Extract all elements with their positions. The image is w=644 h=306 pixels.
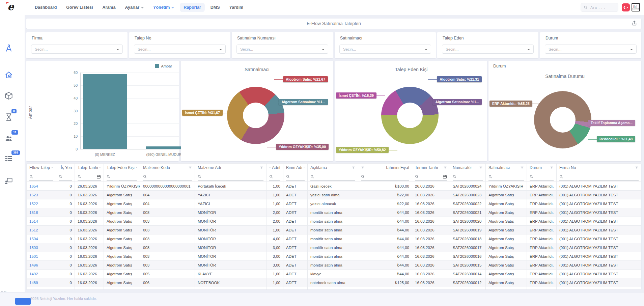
- filter-funnel-icon[interactable]: [136, 166, 137, 170]
- request-link[interactable]: 1512: [29, 228, 38, 232]
- nav-item-dms[interactable]: DMS: [207, 3, 224, 12]
- col-header-is-yeri[interactable]: İş Yeri: [56, 164, 75, 172]
- column-search-input[interactable]: [35, 174, 53, 179]
- column-search-box[interactable]: [286, 173, 305, 181]
- column-search-input[interactable]: [203, 174, 263, 179]
- nav-item-arama[interactable]: Arama: [99, 3, 119, 12]
- slice-label[interactable]: Algotrom Satış: %21,67: [283, 76, 328, 82]
- durum-donut[interactable]: [534, 91, 591, 148]
- nav-item-ayarlar[interactable]: Ayarlar: [121, 3, 147, 12]
- table-row[interactable]: 1492016.03.2026Algotrom Satış005KLAVYE1,…: [27, 270, 642, 278]
- request-link[interactable]: 1514: [29, 219, 38, 223]
- request-link[interactable]: 1501: [29, 254, 38, 258]
- nav-item-yardim[interactable]: Yardım: [226, 3, 247, 12]
- global-search[interactable]: [581, 3, 618, 12]
- request-link[interactable]: 1654: [29, 184, 38, 188]
- request-link[interactable]: 1504: [29, 237, 38, 241]
- calendar-icon[interactable]: [96, 174, 101, 179]
- table-row[interactable]: 1514016.03.2026Algotrom Satış003MONİTÖR2…: [27, 217, 642, 226]
- nav-item-yonetim[interactable]: Yönetim: [149, 3, 178, 12]
- sidebar-item-people[interactable]: [4, 134, 13, 143]
- slice-label[interactable]: İsmet ÇETİN: %16,39: [336, 92, 376, 99]
- col-header-birim-adi[interactable]: Birim Adı: [283, 164, 308, 172]
- column-search-box[interactable]: [198, 173, 263, 181]
- table-row[interactable]: 1523016.03.2026Algotrom Satış004YAZICI1,…: [27, 191, 642, 199]
- column-search-input[interactable]: [112, 174, 137, 179]
- column-search-box[interactable]: [559, 173, 639, 181]
- column-search-box[interactable]: [29, 173, 53, 181]
- col-header-satinalmaci[interactable]: Satınalmacı: [486, 164, 527, 172]
- table-row[interactable]: 1488016.03.2026Algotrom Satış004YAZICI1,…: [27, 287, 642, 290]
- filter-durum-select[interactable]: Seçin...: [545, 45, 637, 54]
- sidebar-item-pending[interactable]: [4, 113, 13, 121]
- table-row[interactable]: 1522016.03.2026Algotrom Satış004YAZICI1,…: [27, 199, 642, 208]
- column-search-input[interactable]: [366, 174, 409, 179]
- column-search-input[interactable]: [565, 174, 639, 179]
- column-search-input[interactable]: [291, 174, 305, 179]
- col-header-eflow-talep[interactable]: Eflow Talep: [27, 164, 56, 172]
- sidebar-item-home[interactable]: [4, 71, 13, 79]
- table-row[interactable]: 1496016.03.2026Algotrom Satış003MONİTÖR3…: [27, 261, 642, 270]
- column-search-input[interactable]: [83, 174, 95, 179]
- filter-firma-select[interactable]: Seçin...: [31, 45, 123, 54]
- filter-funnel-icon[interactable]: [99, 166, 101, 170]
- slice-label[interactable]: Algotrom Satış: %21,31: [437, 76, 482, 82]
- nav-item-gorev-listesi[interactable]: Görev Listesi: [62, 3, 96, 12]
- bar-0-merkez[interactable]: [83, 74, 127, 149]
- nav-item-dashboard[interactable]: Dashboard: [31, 3, 60, 12]
- filter-funnel-icon[interactable]: [352, 166, 355, 170]
- filter-funnel-icon[interactable]: [51, 166, 53, 170]
- table-row[interactable]: 1512016.03.2026Algotrom Satış003MONİTÖR1…: [27, 226, 642, 234]
- filter-funnel-icon[interactable]: [260, 166, 263, 170]
- column-search-box[interactable]: [143, 173, 192, 181]
- slice-label[interactable]: Teklif Toplanma Aşama...: [588, 120, 635, 126]
- table-row[interactable]: 1654026.03.2026Yıldırım ÖZYAKIŞIR0000000…: [27, 182, 642, 191]
- filter-funnel-icon[interactable]: [550, 166, 554, 170]
- table-row[interactable]: 1518016.03.2026Algotrom Satış003MONİTÖR2…: [27, 208, 642, 217]
- sidebar-item-design[interactable]: [4, 44, 13, 53]
- request-link[interactable]: 1496: [29, 263, 38, 267]
- filter-funnel-icon[interactable]: [269, 166, 271, 170]
- filter-funnel-icon[interactable]: [520, 166, 524, 170]
- request-link[interactable]: 1489: [29, 281, 38, 285]
- table-row[interactable]: 1504016.03.2026Algotrom Satış003MONİTÖR4…: [27, 234, 642, 243]
- col-header-talep-eden-kisi[interactable]: Talep Eden Kişi: [104, 164, 140, 172]
- filter-funnel-icon[interactable]: [635, 166, 639, 170]
- column-search-box[interactable]: [78, 173, 101, 181]
- column-search-box[interactable]: [415, 173, 447, 181]
- slice-label[interactable]: ERP Aktarıldı.: %85,25: [489, 101, 532, 107]
- column-search-input[interactable]: [316, 174, 355, 179]
- request-link[interactable]: 1488: [29, 289, 38, 290]
- column-search-input[interactable]: [535, 174, 554, 179]
- column-search-input[interactable]: [148, 174, 192, 179]
- sidebar-item-presentation[interactable]: [4, 176, 13, 185]
- filter-funnel-icon[interactable]: [304, 166, 305, 170]
- filter-funnel-icon[interactable]: [361, 166, 365, 170]
- slice-label[interactable]: Yıldırım ÖZYAKIŞIR: %50,82: [336, 147, 389, 153]
- filter-satinalma-numarasi-select[interactable]: Seçin...: [236, 45, 328, 54]
- col-header-adet[interactable]: Adet: [267, 164, 283, 172]
- col-header-firma-no[interactable]: Firma No: [557, 164, 642, 172]
- column-search-box[interactable]: [488, 173, 524, 181]
- request-link[interactable]: 1503: [29, 246, 38, 250]
- table-row[interactable]: 1501016.03.2026Algotrom Satış003MONİTÖR3…: [27, 252, 642, 261]
- filter-funnel-icon[interactable]: [479, 166, 483, 170]
- col-header-malzeme-kodu[interactable]: Malzeme Kodu: [140, 164, 195, 172]
- col-header-malzeme-adi[interactable]: Malzeme Adı: [195, 164, 267, 172]
- calendar-icon[interactable]: [443, 174, 447, 179]
- column-search-box[interactable]: [453, 173, 483, 181]
- sidebar-item-tasks[interactable]: [4, 154, 13, 163]
- col-header-numarator[interactable]: Numaratör: [450, 164, 486, 172]
- column-search-box[interactable]: [530, 173, 554, 181]
- filter-talep-no-select[interactable]: Seçin...: [134, 45, 226, 54]
- col-header-tahmini-fiyat[interactable]: Tahmini Fiyat: [358, 164, 412, 172]
- column-search-box[interactable]: [269, 173, 280, 181]
- user-avatar[interactable]: ALGOTROM: [632, 3, 640, 11]
- request-link[interactable]: 1492: [29, 272, 38, 276]
- talep-eden-donut[interactable]: [381, 87, 439, 144]
- slice-label[interactable]: İsmet ÇETİN: %31,67: [182, 110, 223, 116]
- satinalmaci-donut[interactable]: [227, 87, 284, 144]
- filter-satinalmaci-select[interactable]: Seçin...: [339, 45, 431, 54]
- request-link[interactable]: 1523: [29, 193, 38, 197]
- nav-item-raporlar[interactable]: Raporlar: [180, 3, 204, 12]
